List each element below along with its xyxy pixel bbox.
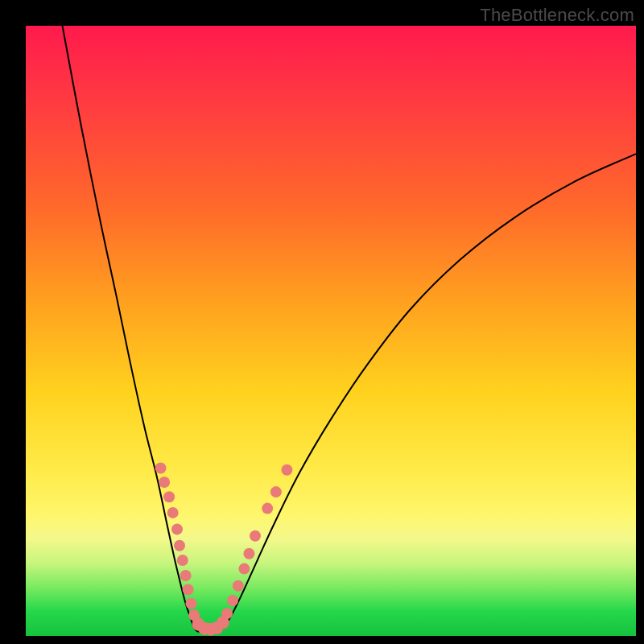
- data-marker: [185, 598, 196, 609]
- data-marker: [238, 564, 250, 575]
- data-marker: [180, 570, 192, 581]
- left-branch-line: [63, 26, 197, 631]
- data-marker: [221, 608, 233, 619]
- right-branch-line: [221, 154, 636, 630]
- data-marker: [183, 584, 194, 595]
- data-marker: [250, 530, 261, 542]
- marker-group: [155, 463, 293, 636]
- data-marker: [159, 477, 170, 488]
- data-marker: [233, 580, 244, 592]
- data-marker: [262, 503, 273, 514]
- data-marker: [227, 595, 238, 606]
- outer-frame: TheBottleneck.com: [0, 0, 644, 644]
- data-marker: [171, 523, 183, 535]
- data-marker: [177, 555, 188, 566]
- data-marker: [163, 491, 175, 502]
- data-marker: [243, 548, 254, 559]
- chart-svg: [0, 0, 644, 644]
- data-marker: [167, 507, 179, 518]
- data-marker: [174, 540, 185, 551]
- data-marker: [270, 486, 282, 497]
- data-marker: [155, 463, 167, 474]
- data-marker: [281, 464, 292, 476]
